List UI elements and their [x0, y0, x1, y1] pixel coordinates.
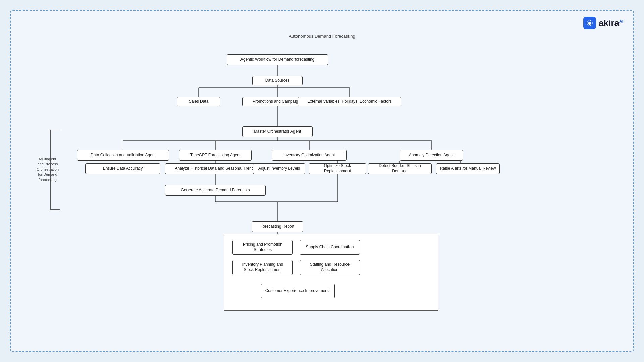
node-customer-experience: Customer Experience Improvements: [261, 284, 335, 298]
node-generate-forecasts: Generate Accurate Demand Forecasts: [165, 185, 266, 196]
node-forecasting-report: Forecasting Report: [252, 221, 303, 232]
node-supply-chain: Supply Chain Coordination: [300, 240, 360, 255]
node-external-variables: External Variables: Holidays, Economic F…: [298, 97, 401, 106]
node-data-sources: Data Sources: [252, 76, 303, 85]
akira-icon: [586, 19, 594, 27]
node-analyze-historical: Analyze Historical Data and Seasonal Tre…: [165, 163, 266, 174]
node-data-collection: Data Collection and Validation Agent: [77, 150, 169, 161]
logo-superscript: AI: [619, 19, 623, 24]
logo-icon: [583, 17, 596, 29]
diagram-title: Autonomous Demand Forecasting: [289, 34, 355, 39]
main-container: akiraAI: [10, 10, 634, 352]
node-ensure-accuracy: Ensure Data Accuracy: [85, 163, 160, 174]
node-optimize-stock: Optimize Stock Replenishment: [309, 163, 366, 174]
node-pricing: Pricing and Promotion Strategies: [232, 240, 293, 255]
node-master-orchestrator: Master Orchestrator Agent: [242, 126, 313, 137]
node-inventory-opt: Inventory Optimization Agent: [272, 150, 347, 161]
node-sales-data: Sales Data: [177, 97, 220, 106]
node-raise-alerts: Raise Alerts for Manual Review: [436, 163, 500, 174]
logo-area: akiraAI: [583, 17, 623, 29]
node-timegpt: TimeGPT Forecasting Agent: [179, 150, 252, 161]
node-detect-shifts: Detect Sudden Shifts in Demand: [368, 163, 432, 174]
outcomes-group: Pricing and Promotion Strategies Supply …: [224, 234, 438, 311]
logo-name: akira: [599, 18, 619, 28]
node-root: Agentic Workflow for Demand forecasting: [227, 54, 328, 65]
node-inventory-planning: Inventory Planning and Stock Replenishme…: [232, 260, 293, 275]
node-staffing: Staffing and Resource Allocation: [300, 260, 360, 275]
bracket-label: Multiagent and Process Orchestration for…: [33, 157, 63, 182]
logo-text: akiraAI: [599, 18, 623, 28]
node-anomaly: Anomaly Detection Agent: [400, 150, 463, 161]
node-adjust-inventory: Adjust Inventory Levels: [253, 163, 305, 174]
